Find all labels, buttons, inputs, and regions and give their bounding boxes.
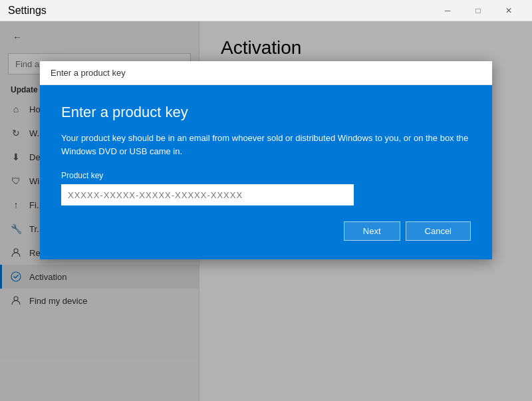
maximize-button[interactable]: □	[463, 0, 493, 21]
product-key-label: Product key	[61, 171, 471, 180]
minimize-button[interactable]: ─	[432, 0, 463, 21]
close-button[interactable]: ✕	[493, 0, 524, 21]
titlebar-controls: ─ □ ✕	[432, 0, 524, 21]
modal-description: Your product key should be in an email f…	[61, 132, 471, 158]
next-button[interactable]: Next	[344, 221, 400, 241]
modal-body: Enter a product key Your product key sho…	[40, 85, 492, 259]
titlebar: Settings ─ □ ✕	[0, 0, 532, 21]
modal-header-title: Enter a product key	[51, 68, 126, 78]
modal-title: Enter a product key	[61, 104, 471, 121]
titlebar-title: Settings	[8, 5, 47, 17]
cancel-button[interactable]: Cancel	[406, 221, 471, 241]
product-key-input[interactable]	[61, 184, 354, 205]
modal-container: Enter a product key Enter a product key …	[40, 61, 492, 259]
modal-header: Enter a product key	[40, 61, 492, 85]
titlebar-left: Settings	[8, 5, 47, 17]
modal-overlay: Enter a product key Enter a product key …	[0, 21, 532, 401]
modal-buttons: Next Cancel	[61, 221, 471, 241]
